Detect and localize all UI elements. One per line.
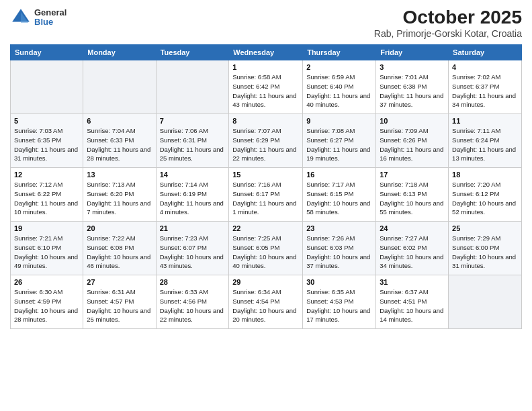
day-number: 27 [87,278,152,286]
day-number: 3 [380,63,445,71]
day-info: Sunrise: 6:35 AMSunset: 4:53 PMDaylight:… [306,287,372,324]
day-number: 23 [306,224,372,232]
day-number: 14 [160,171,226,179]
calendar-week-row: 1Sunrise: 6:58 AMSunset: 6:42 PMDaylight… [11,60,522,114]
day-info: Sunrise: 7:16 AMSunset: 6:17 PMDaylight:… [232,180,299,217]
day-number: 19 [14,224,79,232]
day-number: 20 [87,224,152,232]
day-info: Sunrise: 6:58 AMSunset: 6:42 PMDaylight:… [232,73,299,109]
day-info: Sunrise: 7:12 AMSunset: 6:22 PMDaylight:… [14,180,79,217]
calendar-cell: 20Sunrise: 7:22 AMSunset: 6:08 PMDayligh… [83,222,156,275]
day-number: 4 [452,63,518,71]
calendar-cell [449,275,522,329]
day-info: Sunrise: 7:21 AMSunset: 6:10 PMDaylight:… [14,234,79,271]
day-info: Sunrise: 7:13 AMSunset: 6:20 PMDaylight:… [87,180,152,217]
weekday-header-monday: Monday [83,45,156,60]
day-number: 8 [232,117,299,125]
day-number: 13 [87,171,152,179]
calendar-body: 1Sunrise: 6:58 AMSunset: 6:42 PMDaylight… [11,60,522,329]
weekday-header-sunday: Sunday [11,45,83,60]
calendar-cell: 3Sunrise: 7:01 AMSunset: 6:38 PMDaylight… [376,60,449,114]
weekday-header-tuesday: Tuesday [156,45,229,60]
calendar-cell: 11Sunrise: 7:11 AMSunset: 6:24 PMDayligh… [449,114,522,168]
weekday-header-thursday: Thursday [303,45,376,60]
day-number: 18 [452,171,518,179]
calendar-cell: 13Sunrise: 7:13 AMSunset: 6:20 PMDayligh… [83,168,156,222]
calendar-cell: 22Sunrise: 7:25 AMSunset: 6:05 PMDayligh… [229,222,303,275]
logo: General Blue [10,7,66,28]
calendar-week-row: 5Sunrise: 7:03 AMSunset: 6:35 PMDaylight… [11,114,522,168]
calendar-subtitle: Rab, Primorje-Gorski Kotar, Croatia [374,28,522,39]
day-info: Sunrise: 6:30 AMSunset: 4:59 PMDaylight:… [14,287,79,324]
weekday-header-friday: Friday [376,45,449,60]
logo-blue-text: Blue [34,17,66,27]
calendar-cell: 7Sunrise: 7:06 AMSunset: 6:31 PMDaylight… [156,114,229,168]
calendar-table: SundayMondayTuesdayWednesdayThursdayFrid… [10,44,522,329]
calendar-cell: 5Sunrise: 7:03 AMSunset: 6:35 PMDaylight… [11,114,83,168]
calendar-cell: 28Sunrise: 6:33 AMSunset: 4:56 PMDayligh… [156,275,229,329]
day-number: 21 [160,224,226,232]
calendar-cell [83,60,156,114]
day-number: 11 [452,117,518,125]
calendar-cell [11,60,83,114]
day-number: 15 [232,171,299,179]
calendar-cell: 15Sunrise: 7:16 AMSunset: 6:17 PMDayligh… [229,168,303,222]
day-info: Sunrise: 7:29 AMSunset: 6:00 PMDaylight:… [452,234,518,271]
calendar-header: SundayMondayTuesdayWednesdayThursdayFrid… [11,45,522,60]
header: General Blue October 2025 Rab, Primorje-… [10,7,522,39]
day-number: 25 [452,224,518,232]
day-info: Sunrise: 7:11 AMSunset: 6:24 PMDaylight:… [452,126,518,163]
day-info: Sunrise: 7:26 AMSunset: 6:03 PMDaylight:… [306,234,372,271]
day-info: Sunrise: 7:25 AMSunset: 6:05 PMDaylight:… [232,234,299,271]
logo-text: General Blue [34,8,66,28]
day-number: 5 [14,117,79,125]
day-number: 16 [306,171,372,179]
day-info: Sunrise: 7:22 AMSunset: 6:08 PMDaylight:… [87,234,152,271]
calendar-cell: 17Sunrise: 7:18 AMSunset: 6:13 PMDayligh… [376,168,449,222]
logo-general-text: General [34,8,66,17]
day-number: 10 [380,117,445,125]
day-number: 22 [232,224,299,232]
day-number: 2 [306,63,372,71]
calendar-cell: 16Sunrise: 7:17 AMSunset: 6:15 PMDayligh… [303,168,376,222]
day-number: 31 [380,278,445,286]
day-info: Sunrise: 7:03 AMSunset: 6:35 PMDaylight:… [14,126,79,163]
day-info: Sunrise: 7:20 AMSunset: 6:12 PMDaylight:… [452,180,518,217]
day-number: 6 [87,117,152,125]
calendar-cell: 8Sunrise: 7:07 AMSunset: 6:29 PMDaylight… [229,114,303,168]
day-number: 30 [306,278,372,286]
day-number: 24 [380,224,445,232]
calendar-cell: 19Sunrise: 7:21 AMSunset: 6:10 PMDayligh… [11,222,83,275]
day-info: Sunrise: 7:04 AMSunset: 6:33 PMDaylight:… [87,126,152,163]
day-info: Sunrise: 7:14 AMSunset: 6:19 PMDaylight:… [160,180,226,217]
day-info: Sunrise: 7:23 AMSunset: 6:07 PMDaylight:… [160,234,226,271]
day-number: 9 [306,117,372,125]
calendar-cell: 30Sunrise: 6:35 AMSunset: 4:53 PMDayligh… [303,275,376,329]
day-info: Sunrise: 7:07 AMSunset: 6:29 PMDaylight:… [232,126,299,163]
calendar-cell: 27Sunrise: 6:31 AMSunset: 4:57 PMDayligh… [83,275,156,329]
day-info: Sunrise: 6:33 AMSunset: 4:56 PMDaylight:… [160,287,226,324]
day-info: Sunrise: 7:02 AMSunset: 6:37 PMDaylight:… [452,73,518,109]
calendar-cell: 12Sunrise: 7:12 AMSunset: 6:22 PMDayligh… [11,168,83,222]
weekday-header-row: SundayMondayTuesdayWednesdayThursdayFrid… [11,45,522,60]
day-info: Sunrise: 7:09 AMSunset: 6:26 PMDaylight:… [380,126,445,163]
page: General Blue October 2025 Rab, Primorje-… [0,0,532,411]
day-number: 7 [160,117,226,125]
day-number: 1 [232,63,299,71]
calendar-cell: 31Sunrise: 6:37 AMSunset: 4:51 PMDayligh… [376,275,449,329]
calendar-cell: 18Sunrise: 7:20 AMSunset: 6:12 PMDayligh… [449,168,522,222]
day-info: Sunrise: 7:06 AMSunset: 6:31 PMDaylight:… [160,126,226,163]
day-info: Sunrise: 6:37 AMSunset: 4:51 PMDaylight:… [380,287,445,324]
calendar-cell [156,60,229,114]
calendar-week-row: 19Sunrise: 7:21 AMSunset: 6:10 PMDayligh… [11,222,522,275]
calendar-cell: 10Sunrise: 7:09 AMSunset: 6:26 PMDayligh… [376,114,449,168]
day-info: Sunrise: 7:08 AMSunset: 6:27 PMDaylight:… [306,126,372,163]
calendar-cell: 26Sunrise: 6:30 AMSunset: 4:59 PMDayligh… [11,275,83,329]
calendar-cell: 24Sunrise: 7:27 AMSunset: 6:02 PMDayligh… [376,222,449,275]
day-number: 17 [380,171,445,179]
calendar-cell: 29Sunrise: 6:34 AMSunset: 4:54 PMDayligh… [229,275,303,329]
title-block: October 2025 Rab, Primorje-Gorski Kotar,… [374,7,522,39]
weekday-header-wednesday: Wednesday [229,45,303,60]
day-info: Sunrise: 7:01 AMSunset: 6:38 PMDaylight:… [380,73,445,109]
calendar-title: October 2025 [374,7,522,28]
